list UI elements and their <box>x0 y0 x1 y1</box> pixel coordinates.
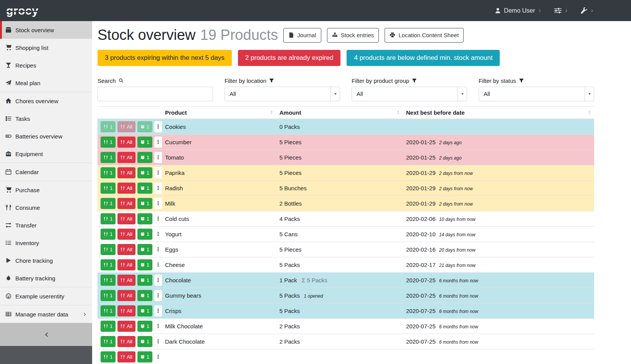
consume-all-button[interactable]: All <box>117 213 135 224</box>
row-menu-button[interactable] <box>154 351 162 362</box>
consume-one-button[interactable]: 1 <box>101 121 116 132</box>
sidebar-item-stock-overview[interactable]: Stock overview <box>0 21 92 39</box>
open-one-button[interactable]: 1 <box>137 152 152 163</box>
consume-one-button[interactable]: 1 <box>101 305 116 316</box>
consume-all-button[interactable]: All <box>117 275 135 286</box>
column-header-amount[interactable]: Amount <box>276 106 403 119</box>
consume-all-button[interactable]: All <box>117 152 135 163</box>
consume-one-button[interactable]: 1 <box>101 198 116 209</box>
sidebar-item-recipes[interactable]: Recipes <box>0 56 92 74</box>
consume-one-button[interactable]: 1 <box>101 244 116 255</box>
open-one-button[interactable]: 1 <box>137 336 152 347</box>
open-one-button[interactable]: 1 <box>137 121 152 132</box>
admin-menu[interactable] <box>581 7 594 14</box>
row-menu-button[interactable] <box>154 137 162 148</box>
column-header-product[interactable]: Product <box>162 106 276 119</box>
sidebar-item-example-userentity[interactable]: Example userentity <box>0 287 92 305</box>
open-one-button[interactable]: 1 <box>137 321 152 332</box>
row-menu-button[interactable] <box>154 321 162 332</box>
open-one-button[interactable]: 1 <box>137 137 152 148</box>
consume-all-button[interactable]: All <box>117 290 135 301</box>
row-menu-button[interactable] <box>154 305 162 316</box>
open-one-button[interactable]: 1 <box>137 183 152 194</box>
row-menu-button[interactable] <box>154 183 162 194</box>
consume-one-button[interactable]: 1 <box>101 183 116 194</box>
row-menu-button[interactable] <box>154 121 162 132</box>
consume-all-button[interactable]: All <box>117 259 135 270</box>
open-one-button[interactable]: 1 <box>137 229 152 240</box>
consume-one-button[interactable]: 1 <box>101 321 116 332</box>
consume-one-button[interactable]: 1 <box>101 213 116 224</box>
location-content-sheet-button[interactable]: Location Content Sheet <box>385 28 464 43</box>
consume-all-button[interactable]: All <box>117 121 135 132</box>
consume-one-button[interactable]: 1 <box>101 167 116 178</box>
open-one-button[interactable]: 1 <box>137 244 152 255</box>
sidebar-item-inventory[interactable]: Inventory <box>0 234 92 252</box>
row-menu-button[interactable] <box>154 152 162 163</box>
consume-one-button[interactable]: 1 <box>101 229 116 240</box>
sidebar-item-manage-master-data[interactable]: Manage master data <box>0 305 92 323</box>
search-input[interactable] <box>97 87 213 101</box>
expired-products-banner[interactable]: 2 products are already expired <box>238 50 341 66</box>
app-logo[interactable]: grocy <box>6 5 38 16</box>
consume-all-button[interactable]: All <box>117 321 135 332</box>
row-menu-button[interactable] <box>154 213 162 224</box>
sidebar-item-chores-overview[interactable]: Chores overview <box>0 92 92 110</box>
below-min-stock-banner[interactable]: 4 products are below defined min. stock … <box>347 50 500 66</box>
consume-all-button[interactable]: All <box>117 351 135 362</box>
consume-one-button[interactable]: 1 <box>101 290 116 301</box>
consume-one-button[interactable]: 1 <box>101 259 116 270</box>
sidebar-item-equipment[interactable]: Equipment <box>0 145 92 163</box>
row-menu-button[interactable] <box>154 229 162 240</box>
column-header-best-before[interactable]: Next best before date <box>403 106 594 119</box>
sidebar-item-battery-tracking[interactable]: Battery tracking <box>0 269 92 287</box>
row-menu-button[interactable] <box>154 167 162 178</box>
sidebar-item-chore-tracking[interactable]: Chore tracking <box>0 252 92 269</box>
open-one-button[interactable]: 1 <box>137 213 152 224</box>
open-one-button[interactable]: 1 <box>137 167 152 178</box>
consume-all-button[interactable]: All <box>117 183 135 194</box>
consume-one-button[interactable]: 1 <box>101 275 116 286</box>
sidebar-item-meal-plan[interactable]: Meal plan <box>0 74 92 92</box>
sidebar-item-shopping-list[interactable]: Shopping list <box>0 39 92 56</box>
row-menu-button[interactable] <box>154 290 162 301</box>
user-menu[interactable]: Demo User <box>495 7 542 14</box>
product-group-filter-select[interactable]: All <box>352 87 467 101</box>
open-one-button[interactable]: 1 <box>137 275 152 286</box>
open-one-button[interactable]: 1 <box>137 305 152 316</box>
consume-all-button[interactable]: All <box>117 305 135 316</box>
open-one-button[interactable]: 1 <box>137 290 152 301</box>
sidebar-item-consume[interactable]: Consume <box>0 199 92 216</box>
consume-one-button[interactable]: 1 <box>101 152 116 163</box>
sidebar-item-purchase[interactable]: Purchase <box>0 181 92 199</box>
sidebar-item-tasks[interactable]: Tasks <box>0 110 92 127</box>
journal-button[interactable]: Journal <box>283 28 321 43</box>
settings-menu[interactable] <box>554 7 568 14</box>
product-name: Eggs <box>165 246 178 253</box>
status-filter-select[interactable]: All <box>479 87 594 101</box>
row-menu-button[interactable] <box>154 336 162 347</box>
open-one-button[interactable]: 1 <box>137 259 152 270</box>
sidebar-item-calendar[interactable]: Calendar <box>0 163 92 181</box>
open-one-button[interactable]: 1 <box>137 198 152 209</box>
consume-one-button[interactable]: 1 <box>101 137 116 148</box>
consume-all-button[interactable]: All <box>117 336 135 347</box>
consume-all-button[interactable]: All <box>117 137 135 148</box>
row-menu-button[interactable] <box>154 244 162 255</box>
stock-entries-button[interactable]: Stock entries <box>327 28 379 43</box>
consume-all-button[interactable]: All <box>117 167 135 178</box>
expiring-products-banner[interactable]: 3 products expiring within the next 5 da… <box>97 50 232 66</box>
consume-all-button[interactable]: All <box>117 244 135 255</box>
row-menu-button[interactable] <box>154 259 162 270</box>
consume-one-button[interactable]: 1 <box>101 336 116 347</box>
sidebar-item-batteries-overview[interactable]: Batteries overview <box>0 127 92 145</box>
sidebar-item-transfer[interactable]: Transfer <box>0 216 92 234</box>
location-filter-select[interactable]: All <box>225 87 340 101</box>
sidebar-collapse-button[interactable] <box>0 323 92 346</box>
row-menu-button[interactable] <box>154 275 162 286</box>
consume-all-button[interactable]: All <box>117 229 135 240</box>
row-menu-button[interactable] <box>154 198 162 209</box>
open-one-button[interactable]: 1 <box>137 351 152 362</box>
consume-all-button[interactable]: All <box>117 198 135 209</box>
consume-one-button[interactable]: 1 <box>101 351 116 362</box>
